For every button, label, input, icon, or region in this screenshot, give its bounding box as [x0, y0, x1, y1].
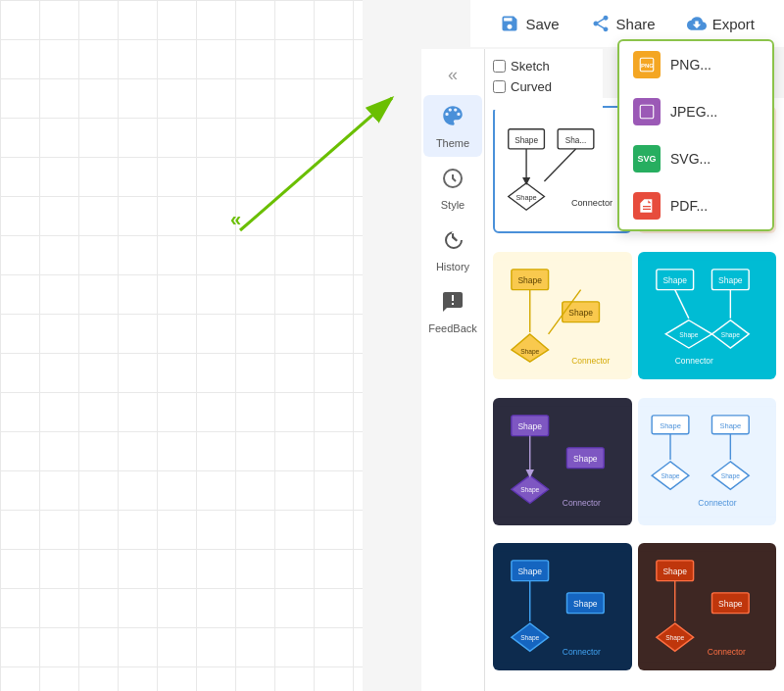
svg-text:Shape: Shape: [520, 486, 539, 494]
png-label: PNG...: [670, 57, 711, 73]
curved-checkbox[interactable]: [493, 80, 506, 93]
svg-text:Shape: Shape: [520, 347, 539, 355]
save-label: Save: [525, 16, 559, 32]
feedback-label: FeedBack: [428, 322, 477, 334]
svg-text:Shape: Shape: [573, 599, 598, 609]
sidebar-item-feedback[interactable]: FeedBack: [423, 282, 482, 342]
canvas-grid: [0, 0, 363, 691]
svg-text:Shape: Shape: [718, 599, 743, 609]
svg-text:Shape: Shape: [719, 421, 741, 430]
export-png-item[interactable]: PNG PNG...: [619, 41, 772, 88]
sidebar-item-style[interactable]: Style: [423, 159, 482, 219]
theme-label: Theme: [436, 137, 469, 149]
svg-text:Shape: Shape: [679, 330, 698, 338]
svg-text:Connector: Connector: [571, 356, 610, 366]
svg-text:Shape: Shape: [662, 275, 687, 285]
svg-text:Shape: Shape: [515, 193, 536, 202]
svg-text:Shape: Shape: [514, 136, 538, 145]
svg-text:Shape: Shape: [662, 567, 687, 576]
sidebar-item-theme[interactable]: Theme: [423, 95, 482, 157]
svg-text:Shape: Shape: [720, 471, 739, 479]
theme-card-brown[interactable]: Shape Shape Shape Connector: [638, 543, 777, 670]
left-sidebar: « Theme Style History FeedBack: [421, 49, 485, 691]
sidebar-item-history[interactable]: History: [423, 221, 482, 280]
curved-option: Curved: [493, 79, 595, 94]
export-dropdown: PNG PNG... JPEG... SVG SVG... PDF...: [617, 39, 774, 231]
share-icon: [591, 14, 611, 33]
history-icon: [441, 228, 465, 258]
history-label: History: [436, 261, 469, 272]
export-svg-item[interactable]: SVG SVG...: [619, 135, 772, 182]
svg-text:Shape: Shape: [517, 275, 542, 285]
pdf-icon: [633, 192, 661, 220]
options-panel: Sketch Curved: [485, 49, 603, 110]
svg-label: SVG...: [670, 151, 710, 167]
export-button[interactable]: Export: [673, 8, 768, 39]
style-icon: [441, 167, 465, 196]
export-pdf-item[interactable]: PDF...: [619, 182, 772, 229]
collapse-button[interactable]: «: [423, 57, 482, 93]
svg-text:Shape: Shape: [660, 421, 681, 430]
svg-text:Connector: Connector: [674, 356, 712, 366]
curved-label: Curved: [511, 79, 552, 94]
jpeg-label: JPEG...: [670, 104, 717, 120]
svg-text:Sha...: Sha...: [565, 136, 587, 145]
svg-text:Shape: Shape: [517, 567, 542, 576]
theme-card-teal[interactable]: Shape Shape Shape Shape Connector: [638, 252, 777, 379]
png-icon: PNG: [633, 51, 661, 78]
svg-text:Shape: Shape: [661, 471, 679, 479]
sketch-label: Sketch: [511, 59, 550, 74]
theme-icon: [440, 103, 466, 134]
theme-card-default[interactable]: Shape Sha... Shape Connector: [493, 106, 632, 233]
save-button[interactable]: Save: [486, 8, 572, 39]
svg-text:Shape: Shape: [520, 634, 539, 642]
svg-text:Shape: Shape: [568, 308, 593, 318]
pdf-label: PDF...: [670, 198, 708, 214]
svg-text:Shape: Shape: [665, 634, 684, 642]
export-label: Export: [712, 16, 755, 32]
jpeg-icon: [633, 98, 661, 125]
share-label: Share: [616, 16, 656, 32]
feedback-icon: [441, 290, 465, 320]
svg-text:Connector: Connector: [563, 498, 601, 508]
theme-card-dark[interactable]: Shape Shape Shape Connector: [493, 398, 632, 525]
svg-text:Connector: Connector: [571, 198, 612, 208]
theme-card-blue-outline[interactable]: Shape Shape Shape Shape Connector: [638, 398, 777, 525]
svg-text:Connector: Connector: [563, 647, 601, 657]
export-jpeg-item[interactable]: JPEG...: [619, 88, 772, 135]
theme-card-yellow[interactable]: Shape Shape Shape Connector: [493, 252, 632, 379]
export-icon: [687, 14, 707, 33]
svg-icon: SVG: [633, 145, 661, 173]
canvas-area[interactable]: [0, 0, 363, 691]
svg-text:Shape: Shape: [720, 330, 739, 338]
theme-card-dark-blue[interactable]: Shape Shape Shape Connector: [493, 543, 632, 670]
svg-text:Shape: Shape: [517, 420, 542, 430]
save-icon: [500, 14, 519, 33]
svg-text:Connector: Connector: [707, 647, 745, 657]
sketch-option: Sketch: [493, 59, 595, 74]
sketch-checkbox[interactable]: [493, 60, 506, 73]
svg-rect-5: [640, 105, 654, 119]
style-label: Style: [441, 199, 465, 211]
svg-text:Shape: Shape: [573, 454, 598, 464]
svg-text:Shape: Shape: [718, 275, 743, 285]
svg-text:Connector: Connector: [698, 498, 736, 508]
share-button[interactable]: Share: [577, 8, 669, 39]
svg-text:PNG: PNG: [641, 63, 654, 69]
